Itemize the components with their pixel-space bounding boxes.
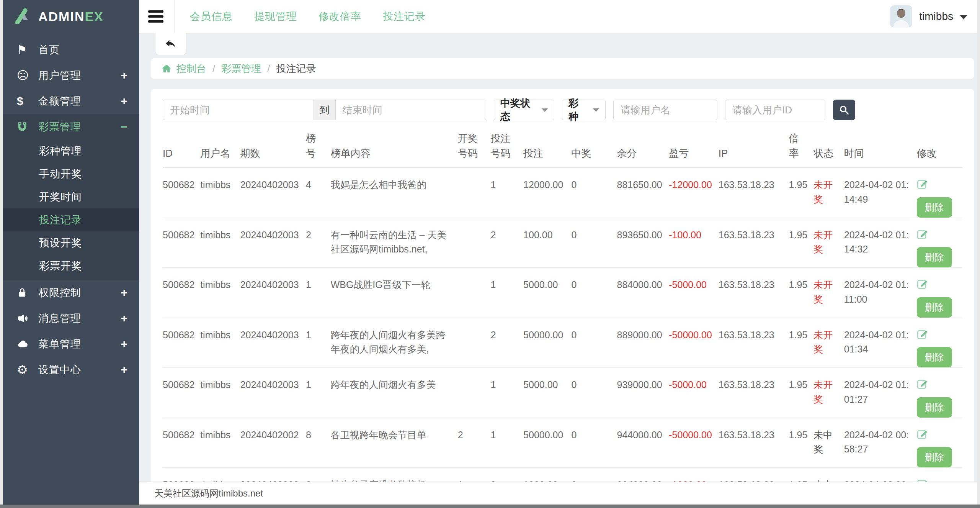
cell-bet: 100.00: [523, 218, 571, 268]
cell-win: 0: [571, 418, 617, 468]
sidebar-subitem[interactable]: 投注记录: [3, 208, 139, 231]
column-header: 榜单内容: [331, 131, 458, 167]
delete-button[interactable]: 删除: [917, 247, 952, 267]
date-range-to-label: 到: [314, 100, 335, 120]
sidebar-subitem[interactable]: 手动开奖: [3, 162, 139, 185]
lock-icon: [17, 287, 38, 298]
cell-bet-no: 2: [490, 218, 523, 268]
cell-bet-no: 1: [490, 268, 523, 318]
cell-rank: 2: [306, 218, 331, 268]
sidebar-item[interactable]: 权限控制+: [3, 280, 139, 305]
topnav-link-3[interactable]: 修改倍率: [318, 10, 361, 23]
dollar-icon: $: [17, 95, 38, 108]
cell-draw-no: [458, 167, 491, 218]
cell-actions: 删除: [917, 218, 962, 268]
cell-id: 500682: [163, 418, 200, 468]
cell-id: 500682: [163, 268, 200, 318]
magnet-icon: [17, 121, 38, 132]
edit-icon[interactable]: [917, 178, 928, 189]
column-header: 修改: [917, 131, 962, 167]
back-button[interactable]: [155, 33, 186, 55]
cell-user: timibbs: [200, 418, 240, 468]
sidebar-subitem[interactable]: 彩票开奖: [3, 254, 139, 277]
cell-profit: -100.00: [669, 218, 719, 268]
cell-bet: 50000.00: [523, 318, 571, 368]
table-row: 500682timibbs202404020031跨年夜的人间烟火有多美跨年夜的…: [163, 318, 962, 368]
column-header: 期数: [240, 131, 306, 167]
start-time-input[interactable]: [163, 100, 314, 120]
delete-button[interactable]: 删除: [917, 397, 952, 418]
sidebar-item[interactable]: 菜单管理+: [3, 331, 139, 357]
cell-time: 2024-04-02 01:14:49: [844, 167, 917, 218]
cell-draw-no: [458, 218, 491, 268]
hamburger-button[interactable]: [148, 10, 163, 23]
chevron-down-icon: [542, 108, 548, 112]
cell-win: 0: [571, 167, 617, 218]
lottery-type-select-value: 彩种: [568, 97, 588, 123]
cell-actions: 删除: [917, 468, 962, 482]
logo-icon: [13, 7, 33, 26]
cell-odds: 1.95: [789, 167, 814, 218]
cell-ip: 163.53.18.23: [719, 218, 789, 268]
plus-icon: +: [121, 95, 127, 108]
column-header: 投注号码: [490, 131, 523, 167]
table-row: 500682timibbs202404020028各卫视跨年晚会节目单21500…: [163, 418, 962, 468]
username-input[interactable]: [613, 100, 717, 120]
sidebar-item[interactable]: ☹用户管理+: [3, 62, 139, 88]
cell-user: timibbs: [200, 268, 240, 318]
win-status-select[interactable]: 中奖状态: [494, 100, 554, 120]
footer-text: 天美社区源码网timibbs.net: [154, 487, 263, 500]
topnav-link-2[interactable]: 提现管理: [254, 10, 297, 23]
cell-time: 2024-04-02 01:01:34: [844, 318, 917, 368]
end-time-input[interactable]: [335, 100, 487, 120]
sidebar-item-label: 用户管理: [38, 69, 81, 82]
win-status-select-value: 中奖状态: [500, 97, 536, 123]
topnav-link-1[interactable]: 会员信息: [190, 10, 233, 23]
edit-icon[interactable]: [917, 228, 928, 239]
topnav-link-4[interactable]: 投注记录: [383, 10, 426, 23]
sidebar-item[interactable]: ⚙设置中心+: [3, 357, 139, 382]
sidebar-item-label: 菜单管理: [38, 337, 81, 351]
delete-button[interactable]: 删除: [917, 297, 952, 318]
delete-button[interactable]: 删除: [917, 347, 952, 367]
cell-period: 20240402003: [240, 318, 306, 368]
cell-odds: 1.95: [789, 468, 814, 482]
cell-bet-no: 2: [490, 468, 523, 482]
column-header: 余分: [617, 131, 669, 167]
column-header: ID: [163, 131, 200, 167]
cell-id: 500682: [163, 468, 200, 482]
sidebar-item[interactable]: ⚑首页: [3, 37, 139, 62]
cell-rank: 3: [306, 468, 331, 482]
sidebar-item[interactable]: 彩票管理−: [3, 114, 139, 139]
cell-odds: 1.95: [789, 418, 814, 468]
logo[interactable]: ADMINEX: [3, 0, 139, 33]
cell-profit: -12000.00: [669, 167, 719, 218]
user-menu[interactable]: timibbs: [890, 5, 967, 28]
breadcrumb-item[interactable]: 控制台: [176, 62, 206, 75]
edit-icon[interactable]: [917, 428, 928, 439]
sidebar-subitem[interactable]: 预设开奖: [3, 231, 139, 254]
cell-actions: 删除: [917, 268, 962, 318]
sidebar-subitem[interactable]: 彩种管理: [3, 139, 139, 162]
delete-button[interactable]: 删除: [917, 447, 952, 467]
breadcrumb-item[interactable]: 彩票管理: [221, 62, 261, 75]
logo-text: ADMINEX: [38, 9, 104, 24]
topbar-divider: [174, 0, 175, 33]
plus-icon: +: [121, 338, 127, 351]
cell-status: 未开奖: [813, 268, 844, 318]
sidebar-subitem[interactable]: 开奖时间: [3, 185, 139, 208]
sidebar-item[interactable]: $金额管理+: [3, 88, 139, 114]
userid-input[interactable]: [725, 100, 825, 120]
edit-icon[interactable]: [917, 478, 928, 482]
search-button[interactable]: [833, 100, 855, 120]
delete-button[interactable]: 删除: [917, 197, 952, 218]
edit-icon[interactable]: [917, 278, 928, 289]
cell-ip: 163.53.18.23: [719, 368, 789, 418]
sidebar-item-label: 权限控制: [38, 286, 81, 300]
lottery-type-select[interactable]: 彩种: [562, 100, 606, 120]
edit-icon[interactable]: [917, 328, 928, 339]
cell-content: 我妈是怎么相中我爸的: [331, 167, 458, 218]
sidebar-item[interactable]: 消息管理+: [3, 305, 139, 331]
records-card: 到 中奖状态 彩种: [151, 89, 974, 482]
edit-icon[interactable]: [917, 378, 928, 389]
